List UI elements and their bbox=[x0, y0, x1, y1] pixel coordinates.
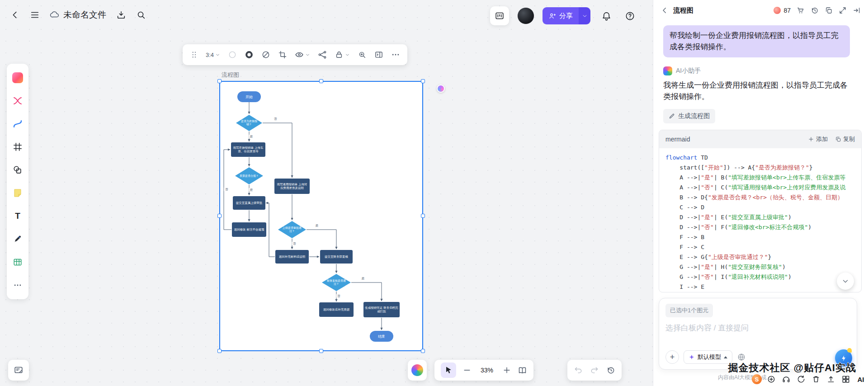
flow-node-A[interactable]: 是否为差旅报销？ bbox=[236, 115, 262, 131]
cart-icon[interactable] bbox=[797, 6, 805, 14]
redo-button[interactable] bbox=[590, 366, 599, 375]
stroke-color-swatch[interactable] bbox=[243, 48, 255, 61]
flow-node-C[interactable]: 填写通用报销单 上传对应费用发票及说明 bbox=[274, 179, 310, 194]
tray-headset-icon[interactable] bbox=[781, 374, 792, 385]
zoom-out-button[interactable] bbox=[462, 366, 472, 375]
share-caret[interactable] bbox=[579, 7, 590, 24]
mindmap-tool[interactable] bbox=[10, 93, 25, 108]
tray-grid-icon[interactable] bbox=[840, 374, 851, 385]
tray-trash-icon[interactable] bbox=[811, 374, 821, 385]
assistant-logo-icon bbox=[663, 66, 672, 75]
connector-button[interactable] bbox=[316, 48, 329, 61]
feedback-button[interactable] bbox=[8, 360, 29, 381]
file-name[interactable]: 未命名文件 bbox=[63, 9, 106, 21]
selection-handle[interactable] bbox=[319, 349, 323, 353]
selection-handle[interactable] bbox=[217, 79, 222, 83]
ai-input-card[interactable]: 已选中1个图元 选择白板内容 / 直接提问 + 默认模型 bbox=[659, 298, 857, 370]
flow-node-E[interactable]: 提交至直属上级审批 bbox=[233, 196, 265, 210]
zoom-in-button[interactable] bbox=[502, 366, 511, 375]
flow-node-K[interactable]: 退回修改或补充票据 bbox=[319, 302, 354, 317]
flow-node-G[interactable]: 上级是否审批通过？ bbox=[278, 221, 306, 238]
selection-handle[interactable] bbox=[217, 349, 222, 353]
present-button[interactable] bbox=[490, 6, 509, 25]
visibility-dropdown[interactable] bbox=[293, 48, 312, 61]
help-button[interactable] bbox=[622, 8, 637, 24]
table-tool[interactable] bbox=[10, 254, 25, 270]
copy-icon[interactable] bbox=[825, 6, 833, 14]
chevron-down-icon bbox=[215, 52, 220, 57]
flow-node-end[interactable]: 结束 bbox=[370, 331, 393, 342]
crop-button[interactable] bbox=[276, 48, 289, 61]
selection-chip[interactable]: 已选中1个图元 bbox=[665, 304, 713, 317]
menu-button[interactable] bbox=[27, 7, 42, 23]
flow-node-D[interactable]: 发票是否合规？ bbox=[235, 167, 263, 184]
frame-tool[interactable] bbox=[10, 139, 25, 155]
selection-handle[interactable] bbox=[217, 214, 222, 218]
text-tool[interactable]: T bbox=[10, 208, 25, 224]
ratio-dropdown[interactable]: 3:4 bbox=[204, 50, 222, 60]
flow-node-H[interactable]: 提交至财务部复核 bbox=[320, 250, 353, 264]
lock-dropdown[interactable] bbox=[333, 48, 352, 61]
flow-nodes-icon bbox=[318, 50, 327, 59]
chevron-left-icon[interactable] bbox=[660, 6, 669, 14]
templates-tool[interactable] bbox=[10, 70, 25, 85]
flow-node-L[interactable]: 生成报销凭证 财务归档完成打款 bbox=[363, 302, 400, 317]
attach-button[interactable]: + bbox=[665, 350, 679, 364]
collapse-panel-icon[interactable] bbox=[853, 6, 861, 14]
more-button[interactable] bbox=[389, 48, 402, 61]
frame-title[interactable]: 流程图 bbox=[222, 71, 239, 79]
tray-plus-icon[interactable] bbox=[766, 374, 777, 385]
expand-icon[interactable] bbox=[839, 6, 847, 14]
share-button[interactable]: 分享 bbox=[542, 7, 590, 24]
selection-handle[interactable] bbox=[421, 214, 425, 218]
copy-code-button[interactable]: 复制 bbox=[835, 135, 855, 143]
connector-line-tool[interactable] bbox=[10, 116, 25, 132]
zoom-to-selection-button[interactable] bbox=[356, 48, 368, 61]
prompt-input[interactable]: 选择白板内容 / 直接提问 bbox=[665, 323, 850, 333]
version-history-button[interactable] bbox=[606, 366, 615, 375]
download-button[interactable] bbox=[113, 7, 129, 23]
add-to-board-button[interactable]: 添加 bbox=[808, 135, 828, 143]
user-avatar[interactable] bbox=[517, 7, 534, 24]
tray-app-icon[interactable]: S bbox=[752, 374, 762, 384]
more-tools[interactable] bbox=[10, 278, 25, 293]
flow-node-start[interactable]: 开始 bbox=[237, 91, 261, 102]
scroll-to-bottom-button[interactable] bbox=[837, 273, 854, 290]
select-tool-button[interactable] bbox=[441, 362, 456, 378]
code-body[interactable]: flowchart TD start(["开始"]) --> A{"是否为差旅报… bbox=[659, 148, 861, 292]
flow-node-F[interactable]: 退回修改 标注不合规项 bbox=[232, 222, 266, 237]
globe-icon[interactable] bbox=[737, 353, 746, 362]
pages-button[interactable] bbox=[518, 366, 527, 375]
sparkle-icon bbox=[689, 354, 695, 360]
frame-icon bbox=[13, 142, 23, 152]
notifications-button[interactable] bbox=[599, 8, 614, 24]
selection-handle[interactable] bbox=[421, 79, 425, 83]
flow-node-J[interactable]: 财务复核是否通过？ bbox=[322, 274, 351, 291]
search-button[interactable] bbox=[133, 7, 149, 23]
hamburger-icon bbox=[30, 10, 40, 20]
flow-edge-label: 否 bbox=[224, 188, 229, 191]
pen-tool[interactable] bbox=[10, 231, 25, 247]
selection-handle[interactable] bbox=[421, 349, 425, 353]
no-fill-button[interactable] bbox=[259, 48, 272, 61]
drag-handle[interactable] bbox=[188, 49, 200, 61]
sticky-note-tool[interactable] bbox=[10, 185, 25, 201]
model-selector[interactable]: 默认模型 bbox=[684, 350, 732, 364]
flow-node-B[interactable]: 填写差旅报销单 上传车票、住宿发票等 bbox=[231, 142, 265, 157]
selection-handle[interactable] bbox=[319, 79, 323, 83]
back-button[interactable] bbox=[7, 7, 23, 23]
chat-history-icon[interactable] bbox=[811, 6, 819, 14]
generate-flowchart-chip[interactable]: 生成流程图 bbox=[663, 109, 715, 123]
flow-node-I[interactable]: 退回补充材料或说明 bbox=[275, 250, 309, 264]
flowchart-frame[interactable]: 开始是否为差旅报销？填写差旅报销单 上传车票、住宿发票等发票是否合规？提交至直属… bbox=[220, 82, 422, 350]
open-panel-button[interactable] bbox=[373, 48, 385, 61]
flow-edge-label: 是 bbox=[249, 135, 254, 138]
share-main[interactable]: 分享 bbox=[542, 7, 579, 24]
tray-ai-icon[interactable]: AI bbox=[855, 374, 866, 385]
zoom-level[interactable]: 33% bbox=[478, 367, 496, 374]
fill-color-swatch[interactable] bbox=[226, 48, 239, 61]
tray-upload-icon[interactable] bbox=[826, 374, 836, 385]
tray-refresh-icon[interactable] bbox=[796, 374, 807, 385]
undo-button[interactable] bbox=[574, 366, 583, 375]
shapes-tool[interactable] bbox=[10, 162, 25, 178]
